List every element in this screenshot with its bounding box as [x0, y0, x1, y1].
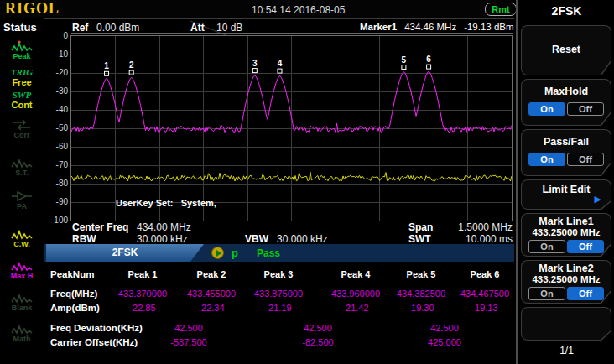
- preamp-icon: [10, 190, 34, 202]
- table-header-peak1: Peak 1: [128, 269, 158, 279]
- y-axis-tick: 0: [43, 32, 68, 40]
- attenuation-label: Att: [190, 22, 205, 34]
- mark-line2-button-label: Mark Line2: [521, 263, 611, 274]
- peak-marker-number: 6: [426, 55, 431, 64]
- table-header-peak2: Peak 2: [197, 269, 226, 279]
- carrier-offset-cell: 425.000: [428, 337, 461, 347]
- maxhold-toggle-group: OnOff: [521, 102, 611, 117]
- clear-write-label: C.W.: [0, 240, 44, 248]
- table-row-amp: Amp(dBm) -22.85 -22.34 -21.19 -21.42 -19…: [44, 303, 514, 316]
- maxhold-button[interactable]: MaxHold OnOff: [521, 79, 611, 126]
- table-row-freq-deviation: Freq Deviation(KHz) 42.500 42.500 42.500: [44, 323, 514, 336]
- mode-tab: 2FSK: [46, 244, 204, 262]
- freq-row-label: Freq(MHz): [50, 289, 97, 299]
- vbw-value: 30.000 kHz: [277, 233, 328, 245]
- mark-line2-button[interactable]: Mark Line2 433.25000 MHz OnOff: [521, 260, 611, 304]
- mark-line1-off-toggle[interactable]: Off: [567, 240, 604, 253]
- reset-button[interactable]: Reset: [521, 25, 611, 75]
- mark-line1-frequency: 433.25000 MHz: [521, 227, 611, 237]
- limit-edit-button[interactable]: Limit Edit ▶: [521, 179, 611, 210]
- preamp-label: PA: [0, 202, 44, 211]
- play-triangle-icon: [216, 250, 221, 257]
- status-indicator-math: Math: [0, 323, 44, 343]
- carrier-offset-row-label: Carrier Offset(KHz): [50, 337, 138, 347]
- freq-cell: 433.960000: [331, 289, 380, 299]
- pass-fail-toggle-group: OnOff: [521, 153, 611, 168]
- swp-label: SWP: [0, 90, 44, 100]
- y-axis-tick: -10: [43, 50, 68, 59]
- trace-canvas: 123456: [71, 36, 512, 221]
- center-freq-value: 434.00 MHz: [137, 221, 191, 233]
- blank-waveform-icon: [10, 292, 34, 304]
- peak-label: Peak: [0, 52, 44, 60]
- maxhold-off-toggle[interactable]: Off: [567, 102, 604, 116]
- attenuation-value: 10 dB: [216, 22, 242, 34]
- peak-marker-square: [427, 65, 431, 69]
- mark-line1-button-label: Mark Line1: [521, 216, 611, 227]
- pass-fail-off-toggle[interactable]: Off: [567, 153, 604, 166]
- swp-value: Cont: [0, 100, 44, 110]
- peak-marker-number: 5: [402, 55, 407, 65]
- rigol-logo: RIGOL: [5, 0, 60, 18]
- amp-cell: -21.19: [265, 303, 291, 313]
- freq-deviation-cell: 42.500: [174, 323, 203, 333]
- mark-line2-on-toggle[interactable]: On: [528, 287, 565, 300]
- marker-readout-label: Marker1: [360, 22, 397, 32]
- clear-write-waveform-icon: [10, 228, 34, 240]
- span-value: 1.5000 MHz: [450, 221, 513, 233]
- mark-line2-frequency: 433.25000 MHz: [521, 274, 611, 284]
- marker-readout: Marker1434.46 MHz-19.13 dBm: [352, 22, 513, 32]
- mark-line1-button[interactable]: Mark Line1 433.25000 MHz OnOff: [521, 213, 611, 257]
- maxhold-on-toggle[interactable]: On: [528, 102, 565, 116]
- y-axis-tick: -50: [43, 124, 68, 133]
- y-axis-tick: -20: [43, 69, 68, 77]
- center-freq-label: Center Freq: [72, 221, 128, 233]
- peak-marker-square: [278, 69, 282, 73]
- table-header-peak3: Peak 3: [264, 269, 294, 279]
- status-indicator-max-hold: Max H: [0, 260, 44, 280]
- pass-fail-button[interactable]: Pass/Fail OnOff: [521, 129, 611, 176]
- reset-button-label: Reset: [521, 44, 611, 55]
- amp-cell: -19.13: [471, 303, 497, 313]
- status-indicator-sweep: SWP Cont: [0, 90, 44, 110]
- rbw-label: RBW: [72, 233, 96, 245]
- swt-label: SWT: [408, 233, 431, 245]
- status-panel: Status Peak TRIG Free SWP Cont Corr: [0, 18, 44, 364]
- mark-line1-on-toggle[interactable]: On: [528, 240, 565, 253]
- peak-marker-number: 3: [252, 59, 258, 68]
- math-label: Math: [0, 335, 44, 343]
- marker-readout-amp: -19.13 dBm: [464, 22, 513, 32]
- pass-fail-on-toggle[interactable]: On: [528, 153, 565, 166]
- swt-value: 10.000 ms: [450, 233, 513, 245]
- freq-cell: 434.467500: [460, 289, 509, 299]
- freq-deviation-cell: 42.500: [430, 323, 459, 333]
- mark-line2-off-toggle[interactable]: Off: [567, 287, 604, 300]
- maxhold-button-label: MaxHold: [521, 86, 611, 97]
- trig-label: TRIG: [0, 67, 44, 77]
- mark-line2-toggle-group: OnOff: [521, 287, 611, 302]
- y-axis-tick: -90: [43, 198, 68, 206]
- amp-cell: -21.42: [342, 303, 368, 313]
- y-axis-tick: -70: [43, 161, 68, 169]
- pass-fail-button-label: Pass/Fail: [521, 136, 611, 148]
- menu-title: 2FSK: [518, 4, 614, 18]
- status-indicator-corr: Corr: [0, 119, 44, 139]
- status-indicator-clear-write: C.W.: [0, 228, 44, 248]
- freq-deviation-row-label: Freq Deviation(KHz): [50, 323, 143, 333]
- status-indicator-blank: Blank: [0, 292, 44, 312]
- freq-deviation-cell: 42.500: [304, 323, 332, 333]
- vbw-label: VBW: [245, 233, 268, 245]
- freq-cell: 433.455000: [187, 289, 236, 299]
- peak-marker-number: 2: [129, 60, 134, 70]
- table-row-freq: Freq(MHz) 433.370000 433.455000 433.8750…: [44, 289, 514, 302]
- status-indicator-peak: Peak: [0, 40, 44, 60]
- spectrum-plot: 123456 UserKey Set: System,: [70, 35, 513, 221]
- table-header-peak6: Peak 6: [471, 269, 500, 279]
- empty-softkey: [521, 307, 611, 341]
- sweep-time-label: S.T.: [0, 169, 44, 177]
- carrier-offset-cell: -587.500: [170, 337, 206, 347]
- amp-row-label: Amp(dBm): [50, 303, 100, 313]
- table-header-peak4: Peak 4: [341, 269, 371, 279]
- run-play-icon: [211, 247, 224, 259]
- corr-label: Corr: [0, 131, 44, 139]
